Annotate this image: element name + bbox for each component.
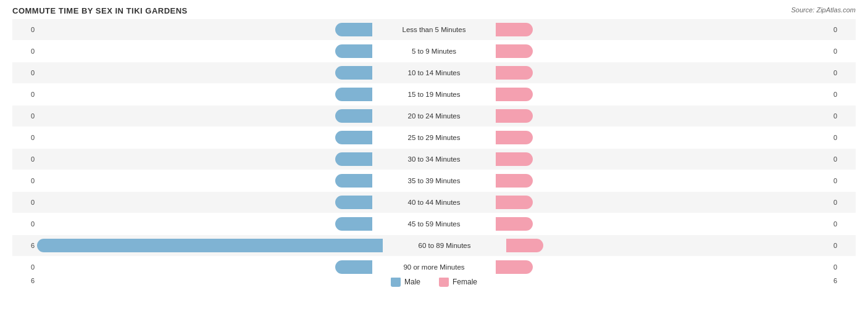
female-bar: [496, 152, 533, 166]
chart-row: 045 to 59 Minutes0: [12, 213, 856, 234]
female-bar-container: [496, 88, 831, 101]
male-bar: [335, 152, 372, 166]
chart-row: 05 to 9 Minutes0: [12, 41, 856, 62]
female-bar-container: [496, 23, 831, 36]
row-label: 15 to 19 Minutes: [372, 91, 496, 98]
row-label: 90 or more Minutes: [372, 263, 496, 271]
male-bar-container: [37, 88, 372, 101]
male-value: 0: [12, 91, 37, 98]
row-label: 5 to 9 Minutes: [372, 47, 496, 55]
chart-area: 0Less than 5 Minutes005 to 9 Minutes0010…: [12, 19, 856, 273]
female-bar-container: [496, 109, 831, 123]
female-bar-container: [496, 66, 831, 80]
female-value: 0: [831, 69, 856, 76]
female-bar-container: [496, 196, 831, 209]
female-bar: [496, 88, 533, 101]
male-bar-container: [37, 109, 372, 123]
female-value: 0: [831, 112, 856, 120]
male-bar: [335, 196, 372, 209]
male-bar: [335, 23, 372, 36]
male-bar: [335, 260, 372, 274]
female-bar: [496, 109, 533, 123]
female-bar: [496, 23, 533, 36]
female-bar-container: [496, 44, 831, 58]
chart-row: 015 to 19 Minutes0: [12, 84, 856, 105]
male-value: 0: [12, 177, 37, 184]
legend-female: Female: [439, 277, 477, 287]
axis-left-label: 6: [12, 277, 37, 284]
male-bar-container: [37, 131, 372, 144]
male-bar-container: [37, 196, 372, 209]
legend-male: Male: [391, 277, 420, 287]
female-bar: [496, 44, 533, 58]
female-value: 0: [831, 134, 856, 141]
male-bar: [335, 109, 372, 123]
male-bar-container: [37, 23, 372, 36]
female-value: 0: [831, 155, 856, 163]
chart-row: 0Less than 5 Minutes0: [12, 19, 856, 40]
row-label: Less than 5 Minutes: [372, 26, 496, 33]
female-bar: [496, 217, 533, 231]
male-bar-container: [37, 260, 372, 274]
male-bar-container: [37, 174, 372, 188]
male-bar-container: [37, 44, 372, 58]
female-bar-container: [496, 260, 831, 274]
male-value: 0: [12, 134, 37, 141]
female-value: 0: [831, 263, 856, 271]
female-value: 0: [831, 91, 856, 98]
row-label: 35 to 39 Minutes: [372, 177, 496, 184]
male-bar: [335, 174, 372, 188]
female-bar-container: [496, 217, 831, 231]
chart-row: 035 to 39 Minutes0: [12, 170, 856, 191]
female-bar-container: [506, 239, 831, 252]
row-label: 45 to 59 Minutes: [372, 220, 496, 228]
male-value: 0: [12, 26, 37, 33]
male-bar: [335, 88, 372, 101]
male-value: 0: [12, 69, 37, 76]
female-bar-container: [496, 152, 831, 166]
male-value: 0: [12, 220, 37, 228]
male-bar: [335, 217, 372, 231]
female-bar-container: [496, 174, 831, 188]
female-bar: [506, 239, 543, 252]
chart-row: 090 or more Minutes0: [12, 257, 856, 278]
chart-row: 040 to 44 Minutes0: [12, 192, 856, 213]
male-value: 6: [12, 242, 37, 249]
male-bar: [335, 131, 372, 144]
chart-row: 030 to 34 Minutes0: [12, 149, 856, 170]
row-label: 25 to 29 Minutes: [372, 134, 496, 141]
male-bar-container: [37, 217, 372, 231]
legend-male-box: [391, 277, 401, 287]
axis-right-label: 6: [831, 277, 856, 284]
female-bar: [496, 196, 533, 209]
male-value: 0: [12, 155, 37, 163]
female-bar: [496, 131, 533, 144]
row-label: 60 to 89 Minutes: [383, 242, 506, 249]
chart-row: 660 to 89 Minutes0: [12, 235, 856, 256]
female-bar: [496, 260, 533, 274]
male-bar-container: [37, 66, 372, 80]
female-bar: [496, 66, 533, 80]
male-bar-container: [37, 239, 383, 252]
chart-title: COMMUTE TIME BY SEX IN TIKI GARDENS: [12, 6, 856, 15]
male-value: 0: [12, 47, 37, 55]
row-label: 20 to 24 Minutes: [372, 112, 496, 120]
male-value: 0: [12, 263, 37, 271]
legend-female-box: [439, 277, 449, 287]
male-bar: [335, 44, 372, 58]
chart-row: 025 to 29 Minutes0: [12, 127, 856, 148]
female-value: 0: [831, 47, 856, 55]
row-label: 40 to 44 Minutes: [372, 199, 496, 206]
male-value: 0: [12, 199, 37, 206]
female-value: 0: [831, 220, 856, 228]
chart-row: 010 to 14 Minutes0: [12, 62, 856, 83]
male-value: 0: [12, 112, 37, 120]
chart-row: 020 to 24 Minutes0: [12, 105, 856, 126]
legend: Male Female: [391, 277, 477, 287]
female-value: 0: [831, 177, 856, 184]
row-label: 10 to 14 Minutes: [372, 69, 496, 76]
female-value: 0: [831, 26, 856, 33]
male-bar: [335, 66, 372, 80]
source-label: Source: ZipAtlas.com: [791, 6, 856, 14]
male-bar: [37, 239, 383, 252]
